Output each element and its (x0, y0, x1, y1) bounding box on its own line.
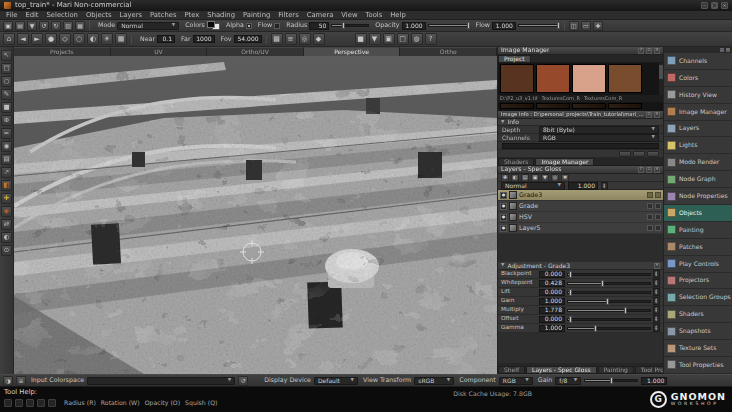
menu-item[interactable]: Camera (303, 12, 338, 19)
brush-squish-icon[interactable] (37, 399, 45, 407)
slider-track[interactable] (567, 300, 651, 303)
perspective-view-icon[interactable]: ◇ (59, 33, 71, 45)
camera-home-icon[interactable]: ⌂ (3, 33, 15, 45)
add-paint-layer-icon[interactable]: ✚ (501, 174, 509, 182)
menu-item[interactable]: Filters (274, 12, 302, 19)
menu-item[interactable]: Tools (362, 12, 387, 19)
slider-spinner[interactable] (653, 315, 660, 323)
layer-row[interactable]: Layer5 (498, 223, 663, 234)
flow-checkbox[interactable] (274, 23, 280, 29)
lasso-select-tool-icon[interactable]: ○ (1, 76, 12, 87)
layer-visibility-toggle[interactable] (500, 225, 507, 232)
texture-thumb-8[interactable] (608, 103, 642, 109)
add-procedural-layer-icon[interactable]: ▤ (521, 174, 529, 182)
channels-dropdown[interactable]: RGB▼ (539, 134, 659, 142)
input-colorspace-dropdown[interactable]: ▼ (87, 377, 235, 385)
palette-item[interactable]: Node Graph (664, 171, 732, 188)
dock-tab[interactable]: Shaders (498, 158, 534, 165)
slider-spinner[interactable] (653, 297, 660, 305)
open-project-icon[interactable]: ▤ (15, 21, 25, 31)
layers-help-icon[interactable] (638, 167, 644, 173)
slider-value-field[interactable]: 1.778 (539, 307, 565, 314)
menu-item[interactable]: Ptex (180, 12, 203, 19)
hud-toggle-icon[interactable]: ≡ (285, 33, 297, 45)
slider-track[interactable] (567, 327, 651, 330)
view-transform-dropdown[interactable]: sRGB▼ (414, 377, 454, 385)
marquee-select-tool-icon[interactable]: □ (1, 63, 12, 74)
select-tool-icon[interactable]: ↖ (1, 50, 12, 61)
layer-cache-icon[interactable] (647, 192, 653, 198)
palette-item[interactable]: Modo Render (664, 154, 732, 171)
image-reload-button[interactable] (647, 151, 659, 157)
slider-spinner[interactable] (653, 288, 660, 296)
camera-prev-icon[interactable]: ◄ (17, 33, 29, 45)
flow-slider[interactable] (518, 24, 560, 27)
layer-amount-field[interactable]: 1.000 (568, 182, 598, 190)
menu-item[interactable]: Selection (43, 12, 82, 19)
layers-close-icon[interactable] (654, 167, 660, 173)
warp-tool-icon[interactable]: ✚ (1, 193, 12, 204)
texture-thumb-1[interactable] (500, 64, 534, 93)
palette-item[interactable]: Selection Groups (664, 289, 732, 306)
slider-track[interactable] (567, 318, 651, 321)
brush-radius-icon[interactable] (4, 399, 12, 407)
slider-spinner[interactable] (653, 324, 660, 332)
menu-item[interactable]: Painting (239, 12, 274, 19)
layer-row[interactable]: HSV (498, 212, 663, 223)
fade-objects-icon[interactable]: ◍ (411, 33, 423, 45)
info-section-header[interactable]: Info (498, 119, 663, 126)
copy-icon[interactable]: ▥ (63, 21, 73, 31)
layer-visibility-toggle[interactable] (500, 214, 507, 221)
palette-item[interactable]: Painting (664, 222, 732, 239)
palette-item[interactable]: Texture Sets (664, 340, 732, 357)
save-project-icon[interactable]: ▼ (27, 21, 37, 31)
gradient-tool-icon[interactable]: ▤ (1, 154, 12, 165)
foreground-background-color-swatches[interactable] (207, 21, 220, 30)
dock-tab[interactable]: Painting (598, 366, 634, 373)
adjustment-close-icon[interactable] (654, 263, 660, 269)
texture-thumb-2[interactable] (536, 64, 570, 93)
slider-track[interactable] (567, 309, 651, 312)
zoom-tool-icon[interactable]: ⊙ (1, 245, 12, 256)
paint-through-tool-icon[interactable]: ◧ (1, 180, 12, 191)
shadow-toggle-icon[interactable]: ▦ (115, 33, 127, 45)
blur-tool-icon[interactable]: ◉ (1, 141, 12, 152)
menu-item[interactable]: Edit (21, 12, 42, 19)
color-managed-toggle-icon[interactable]: ◑ (3, 376, 13, 386)
palette-item[interactable]: Play Controls (664, 256, 732, 273)
gain-slider[interactable] (584, 379, 638, 382)
menu-item[interactable]: Objects (82, 12, 116, 19)
palette-item[interactable]: Channels (664, 53, 732, 70)
layer-row[interactable]: Grade (498, 201, 663, 212)
depth-dropdown[interactable]: 8bit (Byte)▼ (539, 126, 659, 134)
foreground-color-swatch[interactable] (207, 21, 215, 28)
palette-item[interactable]: Shaders (664, 306, 732, 323)
layer-cache-icon[interactable] (647, 203, 653, 209)
layer-amount-spinner[interactable] (601, 182, 608, 190)
dock-tab[interactable]: Layers - Spec Gloss (526, 366, 597, 373)
adjustment-panel-header[interactable]: Adjustment - Grade3 (498, 262, 663, 270)
layer-lock-icon[interactable] (655, 225, 661, 231)
image-open-button[interactable] (619, 151, 631, 157)
component-dropdown[interactable]: RGB▼ (499, 377, 533, 385)
screenshot-icon[interactable]: ▣ (383, 33, 395, 45)
smear-tool-icon[interactable]: ≈ (1, 128, 12, 139)
palette-item[interactable]: History View (664, 87, 732, 104)
palette-item[interactable]: Projectors (664, 273, 732, 290)
palette-float-icon[interactable] (720, 48, 724, 52)
add-adjustment-layer-icon[interactable]: ◐ (511, 174, 519, 182)
blend-mode-dropdown[interactable]: Normal▼ (501, 182, 565, 190)
brush-rotation-icon[interactable] (15, 399, 23, 407)
palette-close-icon[interactable] (726, 48, 730, 52)
layer-lock-icon[interactable] (655, 214, 661, 220)
snapshot-icon[interactable]: ◎ (299, 33, 311, 45)
slider-spinner[interactable] (653, 306, 660, 314)
mirror-projection-icon[interactable]: ◆ (313, 33, 325, 45)
add-group-layer-icon[interactable]: ▣ (531, 174, 539, 182)
layers-float-icon[interactable] (646, 167, 652, 173)
colorspace-settings-icon[interactable]: ≡ (16, 376, 26, 386)
remove-layer-icon[interactable]: ✖ (561, 174, 569, 182)
brush-flow-icon[interactable] (48, 399, 56, 407)
add-mask-icon[interactable]: ◎ (551, 174, 559, 182)
texture-thumb-5[interactable] (500, 103, 534, 109)
